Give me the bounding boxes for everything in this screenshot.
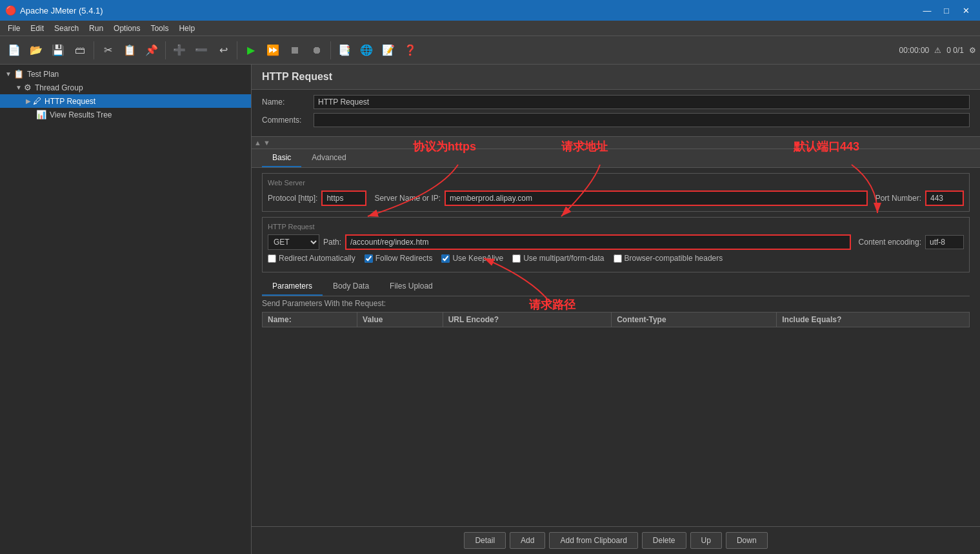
tab-basic[interactable]: Basic: [262, 149, 301, 167]
params-table: Name: Value URL Encode? Content-Type Inc…: [262, 312, 970, 327]
run-counts: 0 0/1: [946, 46, 964, 55]
up-button[interactable]: Up: [690, 532, 722, 549]
browser-compat-checkbox[interactable]: [614, 254, 622, 263]
delete-button[interactable]: Delete: [642, 532, 686, 549]
cut-button[interactable]: ✂: [97, 40, 118, 61]
remote-start-button[interactable]: 🌐: [356, 40, 377, 61]
log-button[interactable]: 📝: [378, 40, 399, 61]
detail-button[interactable]: Detail: [464, 532, 506, 549]
tab-content: Web Server Protocol [http]: Server Name …: [252, 168, 980, 526]
save-all-button[interactable]: 🗃: [70, 40, 90, 61]
paste-button[interactable]: 📌: [141, 40, 162, 61]
menu-file[interactable]: File: [3, 23, 25, 34]
comments-input[interactable]: [314, 113, 970, 127]
name-section: Name: Comments:: [252, 90, 980, 136]
path-input[interactable]: [345, 234, 851, 250]
tree-panel: ▼ 📋 Test Plan ▼ ⚙ Thread Group ▶ 🖊 HTTP …: [0, 65, 252, 554]
stop-button[interactable]: ⏹: [285, 40, 305, 61]
follow-redirects-label: Follow Redirects: [375, 254, 433, 263]
threadgroup-icon: ⚙: [24, 83, 32, 92]
close-button[interactable]: ✕: [957, 3, 975, 18]
follow-redirects-check[interactable]: Follow Redirects: [365, 254, 433, 263]
menu-options[interactable]: Options: [108, 23, 145, 34]
name-label: Name:: [262, 97, 314, 107]
browser-compat-label: Browser-compatible headers: [625, 254, 723, 263]
server-name-input[interactable]: [445, 190, 868, 206]
encoding-input[interactable]: [925, 235, 964, 249]
protocol-label: Protocol [http]:: [268, 194, 317, 203]
new-button[interactable]: 📄: [4, 40, 25, 61]
sep1: [94, 41, 94, 59]
comments-row: Comments:: [262, 113, 970, 127]
send-params-label: Send Parameters With the Request:: [262, 299, 970, 308]
method-select[interactable]: GET POST PUT DELETE: [268, 234, 319, 250]
protocol-input[interactable]: [321, 190, 366, 206]
multipart-check[interactable]: Use multipart/form-data: [512, 254, 604, 263]
comments-label: Comments:: [262, 116, 314, 125]
redirect-auto-checkbox[interactable]: [268, 254, 276, 263]
tree-item-testplan[interactable]: ▼ 📋 Test Plan: [0, 67, 251, 81]
open-button[interactable]: 📂: [26, 40, 46, 61]
templates-button[interactable]: 📑: [334, 40, 355, 61]
start-button[interactable]: ▶: [241, 40, 261, 61]
copy-button[interactable]: 📋: [119, 40, 140, 61]
tree-item-viewresults[interactable]: 📊 View Results Tree: [0, 108, 251, 121]
app-icon: 🔴: [5, 5, 16, 15]
tab-body-data[interactable]: Body Data: [323, 278, 379, 296]
redirect-auto-check[interactable]: Redirect Automatically: [268, 254, 355, 263]
tree-item-threadgroup[interactable]: ▼ ⚙ Thread Group: [0, 81, 251, 94]
col-includeequals: Include Equals?: [777, 313, 970, 327]
httprequest-label: HTTP Request: [45, 97, 95, 106]
toolbar-status: 00:00:00 ⚠ 0 0/1 ⚙: [899, 46, 976, 55]
remove-button[interactable]: ➖: [191, 40, 212, 61]
help-btn[interactable]: ❓: [400, 40, 421, 61]
window-controls: — □ ✕: [918, 3, 975, 18]
menu-help[interactable]: Help: [174, 23, 200, 34]
checks-row: Redirect Automatically Follow Redirects …: [268, 254, 964, 263]
panel-title: HTTP Request: [252, 65, 980, 90]
keepalive-checkbox[interactable]: [441, 254, 450, 263]
minimize-button[interactable]: —: [918, 3, 936, 18]
col-urlencode: URL Encode?: [443, 313, 612, 327]
menu-edit[interactable]: Edit: [25, 23, 49, 34]
col-contenttype: Content-Type: [612, 313, 777, 327]
add-from-clipboard-button[interactable]: Add from Clipboard: [549, 532, 637, 549]
menu-run[interactable]: Run: [84, 23, 108, 34]
spacer: [262, 327, 970, 521]
port-input[interactable]: [925, 190, 964, 206]
main-layout: ▼ 📋 Test Plan ▼ ⚙ Thread Group ▶ 🖊 HTTP …: [0, 65, 980, 554]
menubar: File Edit Search Run Options Tools Help: [0, 21, 980, 36]
server-row: Protocol [http]: Server Name or IP: Port…: [268, 190, 964, 206]
content-panel: HTTP Request Name: Comments: ▲ ▼ Basic: [252, 65, 980, 554]
name-input[interactable]: [314, 95, 970, 109]
undo-button[interactable]: ↩: [213, 40, 234, 61]
follow-redirects-checkbox[interactable]: [365, 254, 373, 263]
multipart-checkbox[interactable]: [512, 254, 521, 263]
shutdown-button[interactable]: ⏺: [306, 40, 327, 61]
tree-item-httprequest[interactable]: ▶ 🖊 HTTP Request: [0, 94, 251, 108]
down-button[interactable]: Down: [726, 532, 768, 549]
tab-parameters[interactable]: Parameters: [262, 278, 323, 296]
tab-files-upload[interactable]: Files Upload: [379, 278, 443, 296]
browser-compat-check[interactable]: Browser-compatible headers: [614, 254, 723, 263]
redirect-auto-label: Redirect Automatically: [279, 254, 355, 263]
tab-advanced[interactable]: Advanced: [301, 149, 356, 167]
path-label: Path:: [323, 238, 341, 247]
menu-tools[interactable]: Tools: [145, 23, 174, 34]
settings-icon[interactable]: ⚙: [969, 46, 976, 55]
tabs-bar: Basic Advanced: [252, 149, 980, 168]
titlebar: 🔴 Apache JMeter (5.4.1) — □ ✕: [0, 0, 980, 21]
expand-arrow-http: ▶: [26, 97, 31, 105]
bottom-bar: Detail Add Add from Clipboard Delete Up …: [252, 526, 980, 554]
maximize-button[interactable]: □: [937, 3, 955, 18]
save-button[interactable]: 💾: [48, 40, 68, 61]
add-button[interactable]: Add: [510, 532, 545, 549]
menu-search[interactable]: Search: [49, 23, 84, 34]
keepalive-label: Use KeepAlive: [452, 254, 503, 263]
keepalive-check[interactable]: Use KeepAlive: [441, 254, 503, 263]
viewresults-icon: 📊: [36, 110, 46, 119]
add-button[interactable]: ➕: [169, 40, 190, 61]
start-no-pause-button[interactable]: ⏩: [263, 40, 283, 61]
viewresults-label: View Results Tree: [50, 110, 112, 119]
expand-arrow-threadgroup: ▼: [15, 84, 22, 91]
